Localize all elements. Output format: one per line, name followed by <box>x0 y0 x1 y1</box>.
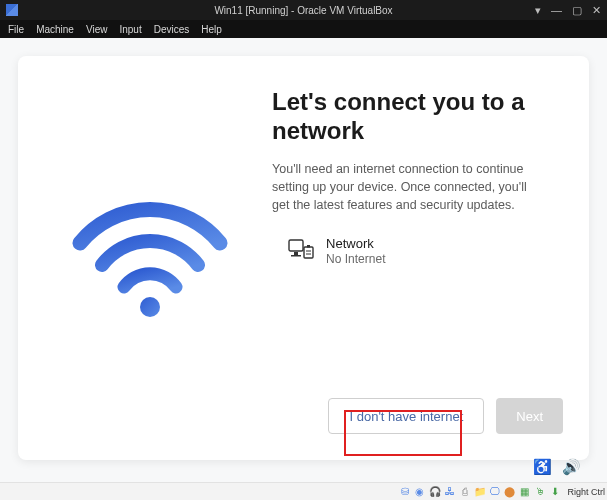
recording-icon[interactable]: ⬤ <box>503 485 516 498</box>
display-icon[interactable]: 🖵 <box>488 485 501 498</box>
page-subtext: You'll need an internet connection to co… <box>272 160 532 214</box>
menu-input[interactable]: Input <box>119 24 141 35</box>
close-icon[interactable]: ✕ <box>592 4 601 17</box>
user-menu-icon[interactable]: ▾ <box>535 4 541 17</box>
svg-point-0 <box>140 297 160 317</box>
wifi-illustration <box>44 82 256 434</box>
oobe-card: Let's connect you to a network You'll ne… <box>18 56 589 460</box>
network-icon[interactable]: 🖧 <box>443 485 456 498</box>
ethernet-icon <box>288 237 314 265</box>
menu-help[interactable]: Help <box>201 24 222 35</box>
vm-titlebar: Win11 [Running] - Oracle VM VirtualBox ▾… <box>0 0 607 20</box>
svg-rect-3 <box>291 255 301 257</box>
no-internet-button[interactable]: I don't have internet <box>328 398 484 434</box>
accessibility-icon[interactable]: ♿ <box>533 458 552 476</box>
next-button: Next <box>496 398 563 434</box>
audio-icon[interactable]: 🎧 <box>428 485 441 498</box>
shared-folders-icon[interactable]: 📁 <box>473 485 486 498</box>
page-title: Let's connect you to a network <box>272 88 549 146</box>
window-title: Win11 [Running] - Oracle VM VirtualBox <box>0 5 607 16</box>
oobe-screen: Let's connect you to a network You'll ne… <box>0 38 607 482</box>
optical-icon[interactable]: ◉ <box>413 485 426 498</box>
svg-rect-1 <box>289 240 303 251</box>
menu-machine[interactable]: Machine <box>36 24 74 35</box>
menu-view[interactable]: View <box>86 24 108 35</box>
mouse-icon[interactable]: 🖰 <box>533 485 546 498</box>
menu-devices[interactable]: Devices <box>154 24 190 35</box>
vm-statusbar: ⛁ ◉ 🎧 🖧 ⎙ 📁 🖵 ⬤ ▦ 🖰 ⬇ Right Ctrl <box>0 482 607 500</box>
menu-file[interactable]: File <box>8 24 24 35</box>
network-label: Network <box>326 236 385 252</box>
svg-rect-2 <box>294 252 298 255</box>
maximize-icon[interactable]: ▢ <box>572 4 582 17</box>
network-item[interactable]: Network No Internet <box>288 236 549 266</box>
oobe-corner-icons: ♿ 🔊 <box>533 458 581 476</box>
vm-menubar: File Machine View Input Devices Help <box>0 20 607 38</box>
usb-icon[interactable]: ⎙ <box>458 485 471 498</box>
svg-rect-5 <box>307 245 310 248</box>
svg-rect-4 <box>304 247 313 258</box>
keyboard-icon[interactable]: ⬇ <box>548 485 561 498</box>
window-controls: ▾ — ▢ ✕ <box>535 4 601 17</box>
virtualbox-icon <box>6 4 18 16</box>
button-row: I don't have internet Next <box>328 398 563 434</box>
hdd-icon[interactable]: ⛁ <box>398 485 411 498</box>
host-key-label: Right Ctrl <box>567 487 605 497</box>
volume-icon[interactable]: 🔊 <box>562 458 581 476</box>
minimize-icon[interactable]: — <box>551 4 562 17</box>
network-status: No Internet <box>326 252 385 266</box>
cpu-icon[interactable]: ▦ <box>518 485 531 498</box>
